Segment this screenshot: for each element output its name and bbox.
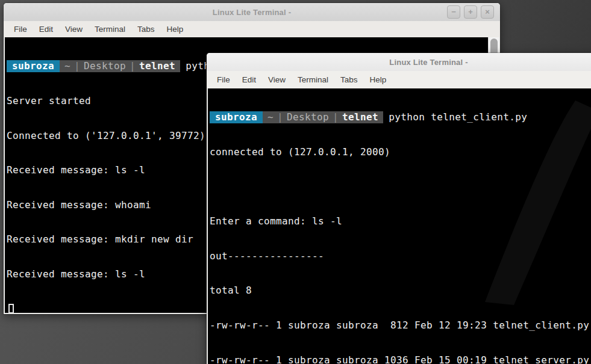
window-controls: − + × <box>447 5 494 19</box>
prompt-current-dir: telnet <box>342 111 378 123</box>
prompt-dir: Desktop <box>84 60 126 72</box>
menu-view[interactable]: View <box>263 73 290 86</box>
prompt-separator: | <box>130 60 136 72</box>
prompt-user-chip: subroza <box>210 111 263 123</box>
menu-file[interactable]: File <box>9 23 32 35</box>
shell-prompt: subroza~|Desktop|telnetpython telnet_cli… <box>210 111 591 123</box>
terminal-line: -rw-rw-r-- 1 subroza subroza 812 Feb 12 … <box>210 319 591 331</box>
prompt-separator: | <box>74 60 80 72</box>
prompt-home: ~ <box>267 111 274 123</box>
terminal-text: subroza~|Desktop|telnetpython telnet_cli… <box>208 88 591 364</box>
prompt-current-dir: telnet <box>139 60 175 72</box>
terminal-line: total 8 <box>210 285 591 296</box>
titlebar[interactable]: Linux Lite Terminal - − + × <box>4 3 500 21</box>
maximize-button[interactable]: + <box>464 5 477 19</box>
titlebar[interactable]: Linux Lite Terminal - <box>207 53 591 71</box>
prompt-path-chip: ~|Desktop|telnet <box>263 111 383 123</box>
window-title: Linux Lite Terminal - <box>213 8 291 17</box>
terminal-line <box>210 181 591 193</box>
menu-tabs[interactable]: Tabs <box>133 23 160 35</box>
prompt-home: ~ <box>64 60 70 72</box>
menu-view[interactable]: View <box>60 23 87 35</box>
terminal-line: -rw-rw-r-- 1 subroza subroza 1036 Feb 15… <box>210 354 591 364</box>
close-button[interactable]: × <box>481 5 494 19</box>
terminal-output-client[interactable]: subroza~|Desktop|telnetpython telnet_cli… <box>208 88 591 364</box>
menubar: File Edit View Terminal Tabs Help <box>4 21 500 37</box>
menu-file[interactable]: File <box>212 73 235 86</box>
menu-terminal[interactable]: Terminal <box>293 73 333 86</box>
terminal-line: out---------------- <box>210 250 591 262</box>
menu-help[interactable]: Help <box>162 23 189 35</box>
menu-terminal[interactable]: Terminal <box>90 23 130 35</box>
window-title: Linux Lite Terminal - <box>389 58 467 67</box>
prompt-user-chip: subroza <box>7 60 60 72</box>
desktop: { "theme": { "desktop_bg_top": "#585858"… <box>0 0 591 364</box>
menu-edit[interactable]: Edit <box>34 23 58 35</box>
menu-help[interactable]: Help <box>365 73 392 86</box>
menu-edit[interactable]: Edit <box>237 73 261 86</box>
terminal-line: connected to (127.0.0.1, 2000) <box>210 146 591 158</box>
menu-tabs[interactable]: Tabs <box>336 73 363 86</box>
minimize-button[interactable]: − <box>447 5 460 19</box>
prompt-dir: Desktop <box>287 111 329 123</box>
terminal-area: subroza~|Desktop|telnetpython telnet_cli… <box>208 88 591 364</box>
prompt-separator: | <box>333 111 339 123</box>
terminal-cursor <box>8 304 14 313</box>
prompt-path-chip: ~|Desktop|telnet <box>60 60 180 72</box>
command-text: python telnet_client.py <box>389 111 527 123</box>
terminal-line: Enter a command: ls -l <box>210 215 591 227</box>
menubar: File Edit View Terminal Tabs Help <box>207 71 591 88</box>
terminal-window-client: Linux Lite Terminal - File Edit View Ter… <box>207 53 591 364</box>
prompt-separator: | <box>277 111 283 123</box>
